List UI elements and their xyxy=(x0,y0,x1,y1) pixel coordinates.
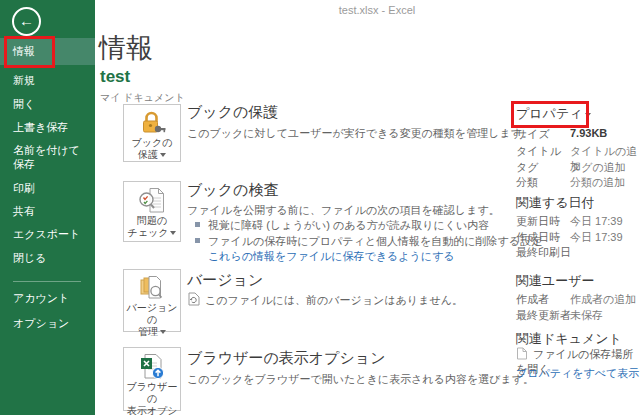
sidebar-item-label: 新規 xyxy=(13,74,35,86)
date-label-created: 作成日時 xyxy=(516,230,560,245)
document-path: マイ ドキュメント xyxy=(100,91,185,105)
protect-section-title: ブックの保護 xyxy=(187,103,278,122)
sidebar-item-label: 閉じる xyxy=(13,252,47,264)
related-documents-title: 関連ドキュメント xyxy=(516,330,622,348)
people-label-author: 作成者 xyxy=(516,292,549,307)
annotation-box-info xyxy=(4,36,55,68)
date-label-printed: 最終印刷日 xyxy=(516,245,571,260)
protect-section-desc: このブックに対してユーザーが実行できる変更の種類を管理します。 xyxy=(187,126,533,141)
sidebar-item-label: 名前を付けて保存 xyxy=(13,144,80,170)
date-value-modified: 今日 17:39 xyxy=(570,214,623,229)
prop-value-tags[interactable]: タグの追加 xyxy=(570,160,626,175)
show-all-properties-link[interactable]: プロパティをすべて表示 xyxy=(516,366,639,381)
sidebar-item-label: 共有 xyxy=(13,205,35,217)
sidebar-item-open[interactable]: 開く xyxy=(0,97,95,111)
file-location-icon xyxy=(516,347,528,360)
sidebar-item-label: アカウント xyxy=(13,292,69,304)
sidebar-item-options[interactable]: オプション xyxy=(0,316,95,330)
prop-label-size: サイズ xyxy=(516,127,550,142)
check-for-issues-button[interactable]: 問題の チェック xyxy=(123,181,181,242)
prop-label-tags: タグ xyxy=(516,160,539,175)
sidebar-item-account[interactable]: アカウント xyxy=(0,291,95,305)
sidebar-divider xyxy=(13,281,81,282)
button-label: チェック xyxy=(128,227,169,238)
browser-view-section-title: ブラウザーの表示オプション xyxy=(187,349,386,368)
sidebar-item-export[interactable]: エクスポート xyxy=(0,227,95,241)
browser-view-options-button[interactable]: ブラウザーの 表示オプション xyxy=(123,347,181,411)
button-label: バージョンの xyxy=(127,302,178,325)
people-label-last-modified-by: 最終更新者 xyxy=(516,308,571,323)
sidebar-item-label: 開く xyxy=(13,98,35,110)
bullet-square-icon xyxy=(195,222,200,227)
page-title: 情報 xyxy=(99,30,153,66)
document-title: test xyxy=(100,67,130,87)
inspect-section-desc: ファイルを公開する前に、ファイルの次の項目を確認します。 xyxy=(187,203,500,218)
sidebar-item-save[interactable]: 上書き保存 xyxy=(0,120,95,134)
inspect-bullet-1: 視覚に障碍 (しょうがい) のある方が読み取りにくい内容 xyxy=(195,218,489,233)
inspect-bullet-2: ファイルの保存時にプロパティと個人情報を自動的に削除する設定 xyxy=(195,234,542,249)
sidebar-item-new[interactable]: 新規 xyxy=(0,73,95,87)
versions-section-title: バージョン xyxy=(187,271,263,290)
sidebar-item-print[interactable]: 印刷 xyxy=(0,181,95,195)
button-label: 問題の xyxy=(137,215,167,226)
people-value-last-modified-by: 未保存 xyxy=(570,308,603,323)
button-label: 保護 xyxy=(138,149,158,160)
sidebar-item-label: オプション xyxy=(13,317,69,329)
date-label-modified: 更新日時 xyxy=(516,214,560,229)
bullet-text: 視覚に障碍 (しょうがい) のある方が読み取りにくい内容 xyxy=(208,219,489,231)
dropdown-caret-icon xyxy=(170,231,176,235)
sidebar-item-label: 印刷 xyxy=(13,182,35,194)
date-value-created: 今日 17:39 xyxy=(570,230,623,245)
inspect-document-icon xyxy=(138,187,166,214)
dropdown-caret-icon xyxy=(160,153,166,157)
allow-save-info-link[interactable]: これらの情報をファイルに保存できるようにする xyxy=(208,249,455,264)
manage-versions-button[interactable]: バージョンの 管理 xyxy=(123,269,181,332)
versions-empty-text: このファイルには、前のバージョンはありません。 xyxy=(205,294,463,306)
sidebar-item-label: 上書き保存 xyxy=(13,121,68,133)
sidebar-item-share[interactable]: 共有 xyxy=(0,204,95,218)
excel-backstage-window: test.xlsx - Excel ← 情報 新規 開く 上書き保存 名前を付け… xyxy=(0,0,640,415)
back-button[interactable]: ← xyxy=(12,7,41,36)
sidebar-item-save-as[interactable]: 名前を付けて保存 xyxy=(0,143,88,171)
version-restore-icon xyxy=(187,292,200,306)
button-label: ブックの xyxy=(132,137,173,148)
prop-label-title: タイトル xyxy=(516,144,561,159)
versions-empty-row: このファイルには、前のバージョンはありません。 xyxy=(187,292,463,308)
annotation-box-properties xyxy=(511,101,589,128)
button-label: ブラウザーの xyxy=(127,381,178,404)
browser-view-section-desc: このブックをブラウザーで開いたときに表示される内容を選びます。 xyxy=(187,372,534,387)
button-label: 管理 xyxy=(138,326,158,337)
window-title: test.xlsx - Excel xyxy=(277,4,477,16)
button-label: 表示オプション xyxy=(127,405,178,415)
related-dates-title: 関連する日付 xyxy=(516,194,595,212)
lock-key-icon xyxy=(138,110,166,136)
back-arrow-icon: ← xyxy=(19,12,34,29)
protect-workbook-button[interactable]: ブックの 保護 xyxy=(123,104,181,162)
inspect-section-title: ブックの検査 xyxy=(187,181,278,200)
bullet-square-icon xyxy=(195,238,200,243)
sidebar-item-close[interactable]: 閉じる xyxy=(0,251,95,265)
prop-value-categories[interactable]: 分類の追加 xyxy=(570,175,625,190)
prop-label-categories: 分類 xyxy=(516,175,538,190)
browser-view-icon xyxy=(138,353,166,380)
bullet-text: ファイルの保存時にプロパティと個人情報を自動的に削除する設定 xyxy=(208,235,542,247)
people-value-author[interactable]: 作成者の追加 xyxy=(570,292,636,307)
versions-stack-icon xyxy=(138,275,166,301)
prop-value-size: 7.93KB xyxy=(570,127,607,139)
related-people-title: 関連ユーザー xyxy=(516,272,595,290)
dropdown-caret-icon xyxy=(160,330,166,334)
sidebar-item-label: エクスポート xyxy=(13,228,80,240)
